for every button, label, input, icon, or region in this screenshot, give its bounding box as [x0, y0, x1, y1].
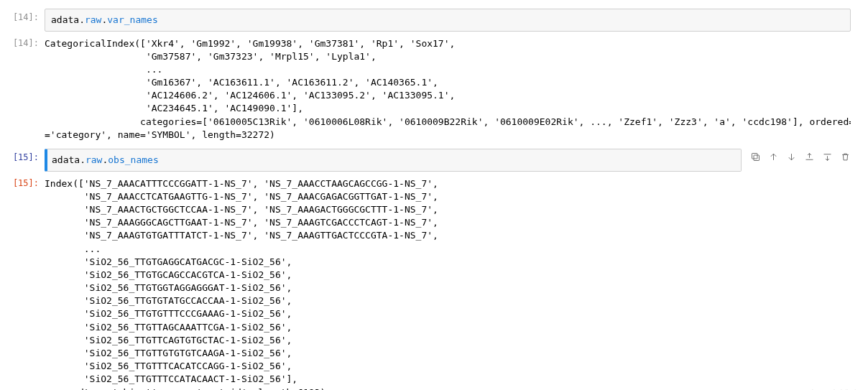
insert-below-icon[interactable]	[821, 150, 834, 166]
svg-rect-0	[754, 155, 760, 161]
code-input-14[interactable]: adata.raw.var_names	[45, 9, 851, 32]
code-cell-15: [15]: adata.raw.obs_names	[0, 149, 746, 172]
code-attr: raw	[86, 154, 102, 165]
in-prompt-14: [14]:	[0, 9, 45, 32]
output-cell-15: [15]: Index(['NS_7_AAACATTTCCCGGATT-1-NS…	[0, 175, 855, 390]
output-cell-14: [14]: CategoricalIndex(['Xkr4', 'Gm1992'…	[0, 34, 855, 147]
output-text-14: CategoricalIndex(['Xkr4', 'Gm1992', 'Gm1…	[45, 34, 851, 147]
delete-icon[interactable]	[839, 150, 852, 166]
code-attr: obs_names	[108, 154, 158, 165]
out-prompt-15: [15]:	[0, 175, 45, 390]
svg-rect-1	[752, 154, 758, 159]
code-input-15[interactable]: adata.raw.obs_names	[45, 149, 742, 172]
cell-toolbar	[746, 149, 855, 167]
code-token: adata.	[51, 14, 85, 25]
out-prompt-14: [14]:	[0, 34, 45, 147]
code-token: adata.	[52, 154, 86, 165]
output-text-15: Index(['NS_7_AAACATTTCCCGGATT-1-NS_7', '…	[45, 175, 851, 390]
move-down-icon[interactable]	[785, 150, 798, 166]
move-up-icon[interactable]	[767, 150, 780, 166]
in-prompt-15: [15]:	[0, 149, 45, 172]
code-cell-15-row: [15]: adata.raw.obs_names	[0, 149, 855, 175]
code-attr: raw	[85, 14, 101, 25]
duplicate-icon[interactable]	[749, 150, 762, 166]
insert-above-icon[interactable]	[803, 150, 816, 166]
code-attr: var_names	[107, 14, 157, 25]
code-cell-14: [14]: adata.raw.var_names	[0, 9, 855, 32]
